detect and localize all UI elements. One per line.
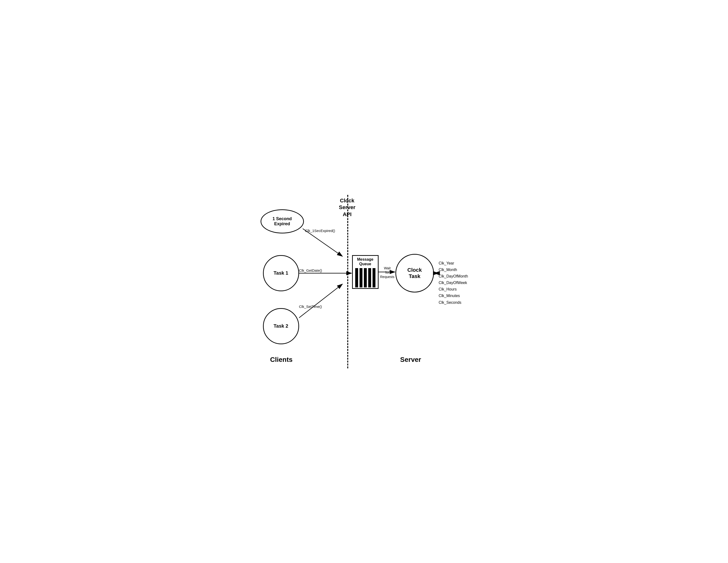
message-queue: Message Queue xyxy=(352,255,379,289)
call-getdate-label: Clk_GetDate() xyxy=(299,268,322,272)
clock-task-circle: ClockTask xyxy=(395,254,434,293)
mq-bar-2 xyxy=(360,268,362,288)
mq-bar-1 xyxy=(355,268,358,288)
expired-label: 1 SecondExpired xyxy=(272,216,292,226)
diagram-container: Clock Server API 1 SecondExpired Task 1 … xyxy=(256,195,472,368)
wait-label: WaitforRequests xyxy=(380,266,394,279)
task2-circle: Task 2 xyxy=(263,308,299,344)
mq-label: Message Queue xyxy=(357,257,374,266)
data-fields-list: Clk_Year Clk_Month Clk_DayOfMonth Clk_Da… xyxy=(439,260,468,306)
mq-bar-4 xyxy=(368,268,371,288)
api-title: Clock Server API xyxy=(333,197,362,218)
field-dayofweek: Clk_DayOfWeek xyxy=(439,279,468,286)
mq-bar-5 xyxy=(373,268,375,288)
label-clients: Clients xyxy=(270,356,293,364)
task1-circle: Task 1 xyxy=(263,255,299,291)
field-seconds: Clk_Seconds xyxy=(439,299,468,306)
mq-bars xyxy=(353,268,378,288)
call-settime-label: Clk_SetTime() xyxy=(299,305,322,309)
clock-task-label: ClockTask xyxy=(407,267,422,279)
mq-bar-3 xyxy=(364,268,367,288)
field-month: Clk_Month xyxy=(439,266,468,273)
label-server: Server xyxy=(400,356,421,364)
svg-line-4 xyxy=(299,284,342,318)
field-dayofmonth: Clk_DayOfMonth xyxy=(439,273,468,279)
task1-label: Task 1 xyxy=(274,270,288,276)
task2-label: Task 2 xyxy=(274,323,288,329)
expired-event: 1 SecondExpired xyxy=(261,209,304,233)
field-minutes: Clk_Minutes xyxy=(439,293,468,299)
field-hours: Clk_Hours xyxy=(439,286,468,293)
field-year: Clk_Year xyxy=(439,260,468,266)
call-1sec-label: Clk_1SecExpired() xyxy=(305,228,335,233)
api-boundary-line xyxy=(347,195,348,368)
svg-line-2 xyxy=(303,228,342,256)
